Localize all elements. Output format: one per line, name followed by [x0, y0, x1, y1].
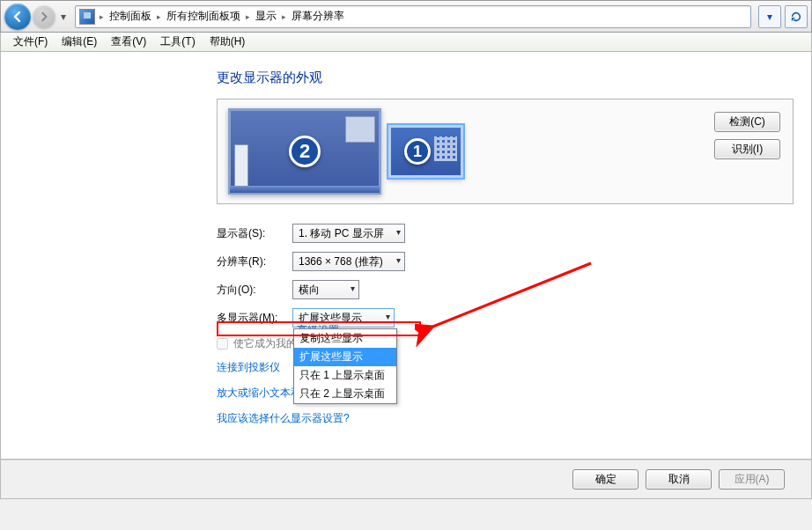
monitor-preview-box: 2 1 检测(C) 识别(I) [217, 99, 794, 204]
orientation-select[interactable]: 横向 [292, 280, 359, 299]
chevron-right-icon[interactable]: ▸ [154, 12, 164, 21]
annotation-arrow-icon [415, 259, 609, 347]
multi-display-dropdown-list: 复制这些显示 扩展这些显示 只在 1 上显示桌面 只在 2 上显示桌面 [293, 328, 397, 404]
dropdown-option-only2[interactable]: 只在 2 上显示桌面 [294, 385, 396, 403]
nav-back-button[interactable] [4, 4, 31, 30]
dropdown-option-only1[interactable]: 只在 1 上显示桌面 [294, 366, 396, 385]
window-icon [345, 116, 375, 143]
chevron-right-icon[interactable]: ▸ [243, 12, 253, 21]
breadcrumb-all-items[interactable]: 所有控制面板项 [164, 9, 243, 24]
navigation-bar: ▾ ▸ 控制面板 ▸ 所有控制面板项 ▸ 显示 ▸ 屏幕分辨率 ▾ [0, 0, 812, 33]
monitor-2-preview[interactable]: 2 [228, 108, 381, 195]
control-panel-icon [79, 9, 95, 25]
window-icon [234, 144, 248, 190]
ok-button[interactable]: 确定 [572, 469, 639, 490]
monitor-number-badge: 2 [289, 136, 321, 167]
breadcrumb-display[interactable]: 显示 [253, 9, 279, 24]
menu-edit[interactable]: 编辑(E) [55, 33, 104, 51]
nav-forward-button[interactable] [33, 5, 55, 28]
chevron-right-icon[interactable]: ▸ [97, 12, 107, 21]
menu-help[interactable]: 帮助(H) [203, 33, 253, 51]
projector-link[interactable]: 连接到投影仪 [217, 360, 280, 375]
nav-dropdown-button[interactable]: ▾ [758, 5, 781, 28]
dropdown-option-duplicate[interactable]: 复制这些显示 [294, 329, 396, 348]
menu-view[interactable]: 查看(V) [104, 33, 153, 51]
resolution-label: 分辨率(R): [217, 254, 292, 269]
resolution-select[interactable]: 1366 × 768 (推荐) [292, 252, 405, 271]
display-select[interactable]: 1. 移动 PC 显示屏 [292, 224, 405, 243]
dialog-button-bar: 确定 取消 应用(A) [0, 460, 812, 499]
display-label: 显示器(S): [217, 226, 292, 241]
multi-display-label: 多显示器(M): [217, 311, 292, 326]
monitor-number-badge: 1 [404, 138, 431, 165]
detect-button[interactable]: 检测(C) [714, 112, 780, 132]
identify-button[interactable]: 识别(I) [714, 139, 780, 159]
grid-icon [434, 136, 457, 161]
apply-button[interactable]: 应用(A) [719, 469, 785, 490]
monitor-1-preview[interactable]: 1 [388, 125, 463, 178]
chevron-right-icon[interactable]: ▸ [279, 12, 289, 21]
nav-history-dropdown[interactable]: ▾ [57, 11, 70, 23]
cancel-button[interactable]: 取消 [646, 469, 712, 490]
dropdown-option-extend[interactable]: 扩展这些显示 [294, 348, 396, 366]
nav-refresh-button[interactable] [785, 5, 808, 28]
which-settings-link[interactable]: 我应该选择什么显示器设置? [217, 411, 350, 426]
breadcrumb-control-panel[interactable]: 控制面板 [107, 9, 154, 24]
make-main-label: 使它成为我的 [233, 336, 297, 351]
make-main-checkbox[interactable] [217, 338, 228, 350]
orientation-label: 方向(O): [217, 283, 292, 298]
menu-bar: 文件(F) 编辑(E) 查看(V) 工具(T) 帮助(H) [0, 33, 812, 52]
taskbar-icon [230, 186, 380, 193]
page-heading: 更改显示器的外观 [217, 70, 794, 86]
breadcrumb[interactable]: ▸ 控制面板 ▸ 所有控制面板项 ▸ 显示 ▸ 屏幕分辨率 [75, 5, 751, 28]
menu-tools[interactable]: 工具(T) [153, 33, 202, 51]
breadcrumb-resolution[interactable]: 屏幕分辨率 [289, 9, 347, 24]
menu-file[interactable]: 文件(F) [6, 33, 55, 51]
content-area: 更改显示器的外观 2 1 检测(C) 识别(I) 显示器(S): 1. 移动 P… [0, 52, 812, 460]
